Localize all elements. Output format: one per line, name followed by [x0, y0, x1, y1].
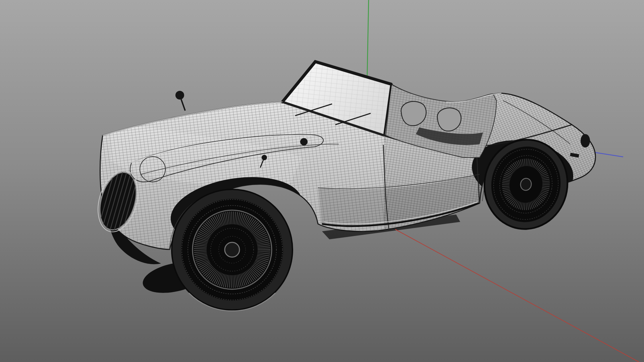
- front-wheel: [171, 189, 293, 311]
- viewport[interactable]: [0, 0, 644, 362]
- tail-lamp: [581, 134, 590, 147]
- car-model[interactable]: [87, 50, 612, 311]
- seat-left: [401, 102, 426, 126]
- side-mirror: [175, 91, 184, 100]
- scene-canvas: [0, 0, 644, 362]
- x-axis-line: [395, 229, 639, 362]
- y-axis-line: [367, 0, 369, 88]
- front-hub: [225, 242, 239, 257]
- seat-right: [437, 108, 461, 131]
- cowl-knob: [300, 138, 308, 145]
